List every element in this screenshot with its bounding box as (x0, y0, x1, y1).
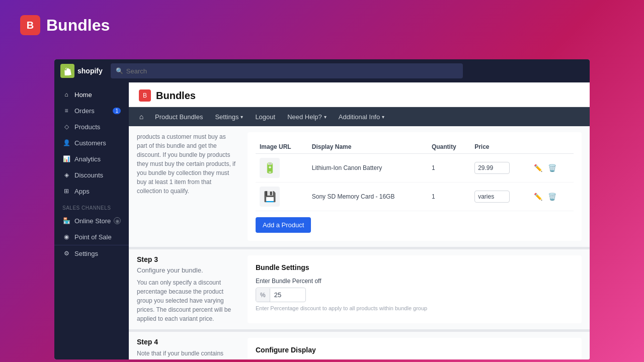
sales-channels-section-label: SALES CHANNELS (54, 199, 129, 213)
step2-left-col: products a customer must buy as part of … (137, 132, 248, 241)
table-row: 💾 Sony SD Memory Card - 16GB 1 ✏️ 🗑️ (256, 183, 574, 211)
nav-need-help-chevron: ▾ (324, 114, 327, 120)
nav-additional-info-label: Additional Info (339, 113, 380, 121)
shopify-logo-text: shopify (77, 67, 103, 75)
orders-icon: ≡ (62, 107, 70, 115)
sidebar-item-settings-label: Settings (74, 250, 98, 257)
nav-item-additional-info[interactable]: Additional Info ▾ (333, 107, 390, 126)
product-price-input-1[interactable] (474, 191, 510, 203)
nav-settings-chevron: ▾ (240, 114, 243, 120)
app-title: Bundles (46, 16, 110, 35)
product-qty-1: 1 (428, 183, 470, 211)
percent-field: % (256, 288, 306, 302)
online-store-icon: 🏪 (62, 217, 70, 225)
sidebar-item-discounts-label: Discounts (74, 171, 103, 179)
nav-need-help-label: Need Help? (287, 113, 322, 121)
sidebar-item-settings[interactable]: ⚙ Settings (54, 245, 129, 261)
sidebar-item-online-store[interactable]: 🏪 Online Store ◉ (54, 213, 129, 229)
content-area: B Bundles ⌂ Product Bundles Settings ▾ L… (129, 82, 590, 359)
col-quantity: Quantity (428, 140, 470, 154)
percent-input[interactable] (270, 288, 300, 302)
nav-home-icon: ⌂ (139, 113, 143, 121)
bundles-page-title: Bundles (156, 90, 196, 102)
nav-item-need-help[interactable]: Need Help? ▾ (281, 107, 333, 126)
sidebar-item-customers[interactable]: 👤 Customers (54, 135, 129, 151)
edit-product-btn-1[interactable]: ✏️ (532, 191, 544, 203)
nav-item-settings[interactable]: Settings ▾ (209, 107, 249, 126)
sidebar-item-home[interactable]: ⌂ Home (54, 86, 129, 103)
add-product-button[interactable]: Add a Product (256, 217, 311, 233)
step3-heading: Step 3 (137, 255, 237, 263)
bundles-page-icon: B (139, 89, 151, 102)
sidebar-item-discounts[interactable]: ◈ Discounts (54, 167, 129, 183)
sidebar-item-analytics[interactable]: 📊 Analytics (54, 151, 129, 167)
sidebar-item-apps-label: Apps (74, 188, 90, 195)
percent-sign: % (256, 289, 270, 302)
analytics-icon: 📊 (62, 155, 70, 163)
col-display-name: Display Name (308, 140, 428, 154)
step4-description: Note that if your bundle contains produc… (137, 349, 237, 359)
step4-right-col: Configure Display Basic Bundle Bundle an… (248, 338, 582, 359)
product-name-1: Sony SD Memory Card - 16GB (308, 183, 428, 211)
shopify-search-bar[interactable]: 🔍 (111, 63, 463, 78)
nav-additional-info-chevron: ▾ (382, 114, 384, 120)
customers-icon: 👤 (62, 139, 70, 147)
bundle-percent-hint: Enter Percentage discount to apply to al… (256, 305, 574, 311)
page-content: products a customer must buy as part of … (129, 126, 590, 359)
products-icon: ◇ (62, 123, 70, 131)
home-icon: ⌂ (62, 90, 70, 99)
edit-product-btn-0[interactable]: ✏️ (532, 162, 544, 174)
sidebar-item-products[interactable]: ◇ Products (54, 119, 129, 135)
sidebar-item-apps[interactable]: ⊞ Apps (54, 183, 129, 199)
step2-right-col: Image URL Display Name Quantity Price 🔋 … (248, 132, 582, 241)
sidebar-item-pos[interactable]: ◉ Point of Sale (54, 229, 129, 245)
delete-product-btn-1[interactable]: 🗑️ (546, 191, 558, 203)
products-table-header-row: Image URL Display Name Quantity Price (256, 140, 574, 154)
search-icon: 🔍 (116, 67, 123, 74)
col-price: Price (470, 140, 527, 154)
settings-icon: ⚙ (62, 249, 70, 257)
sidebar-item-customers-label: Customers (74, 139, 106, 147)
nav-item-product-bundles[interactable]: Product Bundles (149, 107, 209, 126)
col-image-url: Image URL (256, 140, 308, 154)
product-qty-0: 1 (428, 154, 470, 183)
shopify-topbar: shopify 🔍 (54, 59, 590, 82)
step3-description: You can only specify a discount percenta… (137, 278, 237, 323)
delete-product-btn-0[interactable]: 🗑️ (546, 162, 558, 174)
sidebar-item-orders[interactable]: ≡ Orders 1 (54, 103, 129, 119)
product-name-0: Lithium-Ion Canon Battery (308, 154, 428, 183)
product-image-0: 🔋 (260, 158, 280, 178)
sidebar-item-pos-label: Point of Sale (74, 233, 112, 241)
products-table: Image URL Display Name Quantity Price 🔋 … (256, 140, 574, 211)
sidebar-item-products-label: Products (74, 123, 100, 131)
search-input[interactable] (126, 67, 458, 75)
sidebar: ⌂ Home ≡ Orders 1 ◇ Products 👤 Customers… (54, 82, 129, 359)
nav-settings-label: Settings (215, 113, 238, 121)
nav-bar: ⌂ Product Bundles Settings ▾ Logout Need… (129, 107, 590, 126)
col-actions (528, 140, 574, 154)
sidebar-item-orders-label: Orders (74, 107, 95, 115)
shopify-frame: shopify 🔍 ⌂ Home ≡ Orders 1 ◇ Products (54, 59, 590, 359)
nav-item-logout[interactable]: Logout (249, 107, 281, 126)
sidebar-item-home-label: Home (74, 91, 92, 99)
step4-section: Step 4 Note that if your bundle contains… (129, 330, 590, 359)
product-price-input-0[interactable] (474, 162, 510, 174)
step4-heading: Step 4 (137, 338, 237, 346)
nav-home-button[interactable]: ⌂ (134, 109, 149, 124)
step3-right-col: Bundle Settings Enter Bundle Percent off… (248, 255, 582, 323)
sidebar-item-analytics-label: Analytics (74, 155, 101, 163)
step3-left-col: Step 3 Configure your bundle. You can on… (137, 255, 248, 323)
step4-left-col: Step 4 Note that if your bundle contains… (137, 338, 248, 359)
nav-product-bundles-label: Product Bundles (155, 113, 203, 121)
app-header: B Bundles (0, 0, 644, 50)
apps-icon: ⊞ (62, 187, 70, 195)
bundle-percent-field-label: Enter Bundle Percent off (256, 278, 574, 285)
step3-subheading: Configure your bundle. (137, 266, 237, 274)
nav-logout-label: Logout (255, 113, 275, 121)
bundle-settings-title: Bundle Settings (256, 263, 574, 272)
step3-section: Step 3 Configure your bundle. You can on… (129, 247, 590, 330)
online-store-expand-btn[interactable]: ◉ (114, 217, 121, 224)
app-logo-icon: B (20, 15, 40, 35)
table-row: 🔋 Lithium-Ion Canon Battery 1 ✏️ 🗑️ (256, 154, 574, 183)
shopify-logo: shopify (60, 64, 103, 78)
